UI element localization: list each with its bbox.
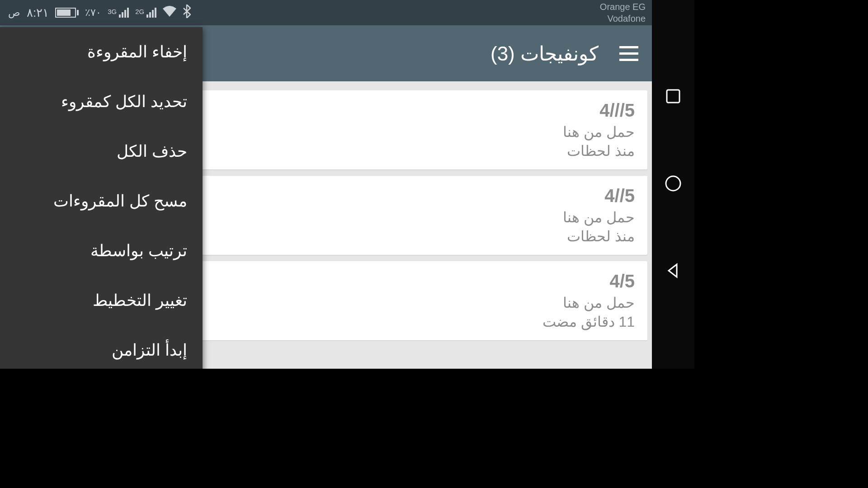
carrier-2: Vodafone xyxy=(607,13,646,24)
menu-item-sort-by[interactable]: ترتيب بواسطة xyxy=(0,226,203,276)
recent-apps-button[interactable] xyxy=(665,88,681,106)
menu-item-clear-read[interactable]: مسح كل المقروءات xyxy=(0,176,203,226)
status-bar: ص ٨:٢١ ٪٧٠ 3G 2G Orange EG Vodafone xyxy=(0,0,652,25)
overflow-menu: إخفاء المقروءة تحديد الكل كمقروء حذف الك… xyxy=(0,27,203,369)
battery-percent: ٪٧٠ xyxy=(85,7,101,19)
carrier-1: Orange EG xyxy=(600,1,646,13)
menu-item-hide-read[interactable]: إخفاء المقروءة xyxy=(0,27,203,77)
menu-item-start-sync[interactable]: إبدأ التزامن xyxy=(0,325,203,369)
home-button[interactable] xyxy=(664,174,682,194)
status-time: ٨:٢١ xyxy=(27,6,49,20)
menu-item-mark-all-read[interactable]: تحديد الكل كمقروء xyxy=(0,77,203,127)
wifi-icon xyxy=(163,6,176,19)
menu-icon[interactable] xyxy=(619,46,638,61)
signal-2: 2G xyxy=(135,8,156,18)
system-nav-bar xyxy=(652,0,694,369)
back-button[interactable] xyxy=(665,263,681,281)
signal-1-gen: 3G xyxy=(108,8,117,15)
battery-icon xyxy=(55,8,79,18)
signal-2-gen: 2G xyxy=(135,8,144,15)
status-ampm: ص xyxy=(8,7,20,19)
menu-item-change-layout[interactable]: تغيير التخطيط xyxy=(0,276,203,325)
menu-item-delete-all[interactable]: حذف الكل xyxy=(0,127,203,176)
svg-point-1 xyxy=(666,176,680,191)
signal-1: 3G xyxy=(108,8,129,18)
page-title: كونفيجات (3) xyxy=(491,42,599,65)
svg-rect-0 xyxy=(667,90,679,103)
bluetooth-icon xyxy=(183,5,191,21)
